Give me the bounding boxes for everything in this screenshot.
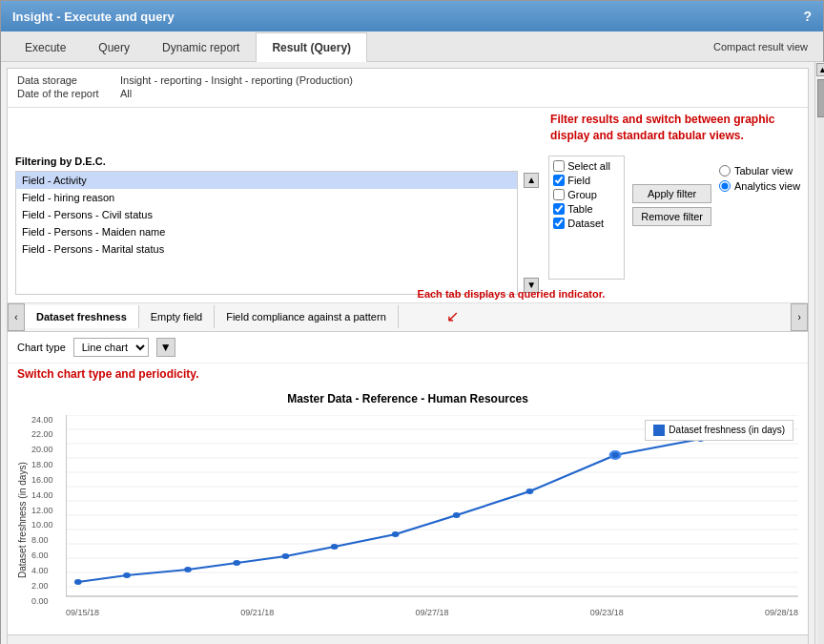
tabs-next-button[interactable]: › (791, 303, 808, 331)
filter-item-hiring[interactable]: Field - hiring reason (16, 189, 517, 206)
chart-controls: Chart type Line chart ▼ (8, 332, 808, 364)
x-labels: 09/15/18 09/21/18 09/27/18 09/23/18 09/2… (66, 606, 798, 619)
main-body: Data storage Insight - reporting - Insig… (1, 62, 823, 644)
filter-hint-area: Filter results and switch between graphi… (8, 108, 808, 148)
tab-dynamic-report[interactable]: Dynamic report (146, 32, 256, 62)
tab-result-query[interactable]: Result (Query) (256, 32, 367, 62)
checkbox-table[interactable]: Table (553, 203, 620, 215)
svg-point-20 (331, 544, 339, 550)
y-tick-labels: 24.00 22.00 20.00 18.00 16.00 14.00 12.0… (31, 415, 53, 606)
svg-point-18 (233, 560, 240, 566)
indicator-tabs-section: ‹ Dataset freshness Empty field Field co… (8, 303, 808, 332)
checkbox-field[interactable]: Field (553, 175, 620, 186)
tab-bar: Execute Query Dynamic report Result (Que… (1, 31, 823, 62)
info-section: Data storage Insight - reporting - Insig… (7, 68, 809, 644)
filter-left: Filtering by D.E.C. Field - Activity Fie… (15, 156, 541, 295)
scroll-up-button[interactable]: ▲ (816, 63, 824, 76)
bottom-bar: Close (8, 634, 808, 644)
filter-item-maiden[interactable]: Field - Persons - Maiden name (16, 223, 517, 240)
filter-list[interactable]: Field - Activity Field - hiring reason F… (15, 171, 518, 295)
svg-point-16 (123, 572, 131, 578)
tab-query[interactable]: Query (82, 32, 146, 62)
x-label-2: 09/21/18 (240, 608, 274, 617)
y-tick-20: 20.00 (31, 445, 53, 454)
scrollbar-right: ▲ ▼ (814, 62, 824, 644)
checkbox-select-all-label: Select all (567, 160, 610, 172)
apply-filter-button[interactable]: Apply filter (632, 184, 711, 203)
filter-hint-text: Filter results and switch between graphi… (550, 112, 798, 144)
chart-container: Dataset freshness (in days) 24.00 22.00 … (17, 415, 798, 625)
tabular-view-label: Tabular view (734, 165, 793, 177)
checkbox-table-label: Table (567, 203, 592, 215)
filter-buttons: Apply filter Remove filter (632, 156, 711, 295)
svg-point-23 (526, 488, 534, 494)
tab-hint-arrow: ↙ (446, 307, 459, 325)
y-tick-18: 18.00 (31, 460, 53, 469)
y-axis-label: Dataset freshness (in days) (17, 415, 28, 625)
date-label: Date of the report (17, 88, 113, 99)
legend-color-box (653, 425, 665, 436)
checkbox-dataset[interactable]: Dataset (553, 218, 620, 229)
tab-dataset-freshness[interactable]: Dataset freshness (25, 305, 139, 328)
chart-svg (66, 415, 798, 606)
tabular-view-option[interactable]: Tabular view (719, 165, 800, 177)
checkbox-select-all[interactable]: Select all (553, 160, 620, 172)
y-tick-14: 14.00 (31, 490, 53, 500)
svg-point-24 (610, 451, 620, 459)
svg-point-21 (392, 531, 400, 537)
scroll-thumb[interactable] (817, 79, 824, 117)
y-tick-22: 22.00 (31, 429, 53, 439)
chart-type-dropdown-btn[interactable]: ▼ (156, 338, 175, 357)
help-button[interactable]: ? (803, 9, 812, 24)
data-info: Data storage Insight - reporting - Insig… (8, 69, 808, 108)
compact-view-toggle[interactable]: Compact result view (706, 33, 815, 60)
filter-section: Filtering by D.E.C. Field - Activity Fie… (8, 148, 808, 303)
analytics-view-option[interactable]: Analytics view (719, 180, 800, 192)
chart-legend: Dataset freshness (in days) (645, 420, 793, 441)
analytics-view-radio[interactable] (719, 180, 731, 192)
date-value: All (120, 88, 132, 99)
y-tick-4: 4.00 (31, 566, 53, 575)
main-window: Insight - Execute and query ? Execute Qu… (0, 0, 824, 644)
checkbox-dataset-input[interactable] (553, 218, 565, 229)
filter-item-civil[interactable]: Field - Persons - Civil status (16, 206, 517, 223)
tab-empty-field[interactable]: Empty field (139, 305, 215, 328)
x-label-1: 09/15/18 (66, 608, 99, 617)
data-storage-label: Data storage (17, 74, 113, 86)
y-tick-8: 8.00 (31, 535, 53, 545)
chart-type-select[interactable]: Line chart (73, 338, 149, 357)
filter-scroll: ▲ ▼ (522, 171, 541, 295)
window-title: Insight - Execute and query (12, 10, 175, 24)
x-label-5: 09/28/18 (765, 608, 798, 617)
checkbox-dataset-label: Dataset (567, 218, 604, 229)
tab-list: Execute Query Dynamic report Result (Que… (9, 31, 367, 61)
scroll-track[interactable] (817, 79, 824, 644)
chart-title: Master Data - Reference - Human Resource… (17, 392, 798, 405)
view-options: Tabular view Analytics view (719, 156, 800, 295)
checkbox-field-label: Field (567, 175, 590, 186)
tab-field-compliance[interactable]: Field compliance against a pattern (215, 305, 399, 328)
y-tick-24: 24.00 (31, 415, 53, 425)
y-tick-10: 10.00 (31, 520, 53, 530)
checkbox-group-input[interactable] (553, 189, 565, 200)
svg-point-22 (453, 512, 461, 518)
checkbox-select-all-input[interactable] (553, 160, 565, 172)
svg-point-17 (184, 567, 192, 572)
chart-area: Master Data - Reference - Human Resource… (8, 383, 808, 634)
chart-type-label: Chart type (17, 342, 66, 353)
filter-item-activity[interactable]: Field - Activity (16, 172, 517, 189)
svg-point-15 (74, 579, 82, 585)
legend-text: Dataset freshness (in days) (669, 425, 785, 435)
tabs-prev-button[interactable]: ‹ (8, 303, 25, 331)
checkbox-table-input[interactable] (553, 203, 565, 215)
tab-execute[interactable]: Execute (9, 32, 82, 62)
tab-field-last-mod[interactable]: Field last modification date (399, 305, 408, 328)
checkbox-field-input[interactable] (553, 175, 565, 186)
tabular-view-radio[interactable] (719, 165, 731, 177)
scroll-up-btn[interactable]: ▲ (524, 173, 539, 188)
indicator-tabs: Dataset freshness Empty field Field comp… (25, 305, 408, 328)
chart-plot: 24.00 22.00 20.00 18.00 16.00 14.00 12.0… (66, 415, 798, 625)
remove-filter-button[interactable]: Remove filter (632, 207, 711, 226)
checkbox-group[interactable]: Group (553, 189, 620, 200)
filter-item-marital[interactable]: Field - Persons - Marital status (16, 240, 517, 258)
